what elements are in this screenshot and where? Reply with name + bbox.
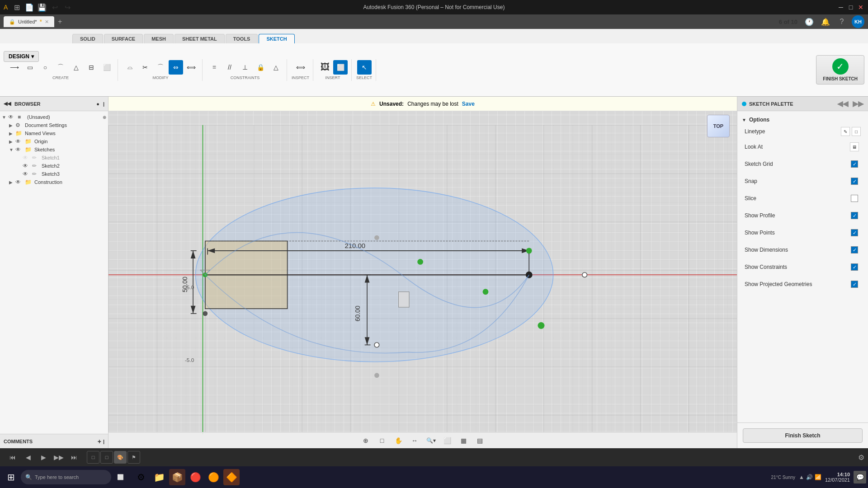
line-tool[interactable]: ⟶ — [7, 60, 22, 75]
arc-tool[interactable]: ⌒ — [53, 60, 68, 75]
tree-item-origin[interactable]: ▶ 👁 📁 Origin — [0, 137, 108, 145]
effects-tool[interactable]: ▤ — [473, 434, 486, 447]
timeline-state-3[interactable]: 🎨 — [114, 451, 127, 464]
trim-tool[interactable]: ✂ — [138, 60, 152, 75]
tab-mesh[interactable]: MESH — [144, 34, 174, 43]
tree-item-sketches[interactable]: ▼ 👁 📁 Sketches — [0, 145, 108, 154]
active-tab[interactable]: 🔒 Untitled* * ✕ — [4, 16, 54, 27]
minimize-button[interactable]: ─ — [837, 4, 844, 11]
tab-close-button[interactable]: ✕ — [45, 19, 49, 25]
tree-item-sketch1[interactable]: 👁 ✏ Sketch1 — [0, 154, 108, 162]
taskbar-app-explorer[interactable]: 📁 — [151, 469, 167, 485]
comments-add-btn[interactable]: + — [98, 438, 101, 445]
schedule-icon[interactable]: 🕐 — [803, 15, 816, 28]
timeline-state-1[interactable]: □ — [87, 451, 99, 464]
tree-item-sketch3[interactable]: 👁 ✏ Sketch3 — [0, 170, 108, 178]
display-mode-btn[interactable]: ⬜ — [441, 434, 453, 447]
go-to-end-button[interactable]: ⏭ — [67, 450, 81, 465]
view-cube[interactable]: TOP — [707, 115, 730, 137]
volume-icon[interactable]: 🔊 — [806, 474, 813, 480]
show-points-checkbox[interactable]: ✓ — [851, 229, 858, 236]
insert-image-tool[interactable]: 🖼 — [318, 60, 332, 75]
eye-icon-off[interactable]: 👁 — [23, 155, 31, 161]
tree-item-unsaved[interactable]: ▼ 👁 ■ (Unsaved) ⊕ — [0, 113, 108, 121]
tree-item-sketch2[interactable]: 👁 ✏ Sketch2 — [0, 162, 108, 170]
snap-tool[interactable]: ⊕ — [359, 434, 372, 447]
tab-sketch[interactable]: SKETCH — [259, 34, 294, 43]
show-profile-checkbox[interactable]: ✓ — [851, 212, 858, 219]
play-button[interactable]: ▶ — [36, 450, 51, 465]
point-tool[interactable]: ⬜ — [99, 60, 114, 75]
insert-svg-tool[interactable]: ⬜ — [333, 60, 348, 75]
taskbar-app-rar[interactable]: 📦 — [169, 469, 185, 485]
show-projected-checkbox[interactable]: ✓ — [851, 281, 858, 288]
timeline-state-2[interactable]: □ — [100, 451, 113, 464]
orbit-tool[interactable]: ↔ — [408, 434, 421, 447]
eye-icon[interactable]: 👁 — [15, 179, 24, 185]
tab-tools[interactable]: TOOLS — [226, 34, 258, 43]
design-dropdown-button[interactable]: DESIGN ▾ — [4, 51, 39, 62]
notification-bell-icon[interactable]: 🔔 — [819, 15, 832, 28]
tree-item-doc-settings[interactable]: ▶ ⚙ Document Settings — [0, 121, 108, 129]
equal-constraint[interactable]: = — [207, 60, 222, 75]
go-to-start-button[interactable]: ⏮ — [5, 450, 20, 465]
show-dimensions-checkbox[interactable]: ✓ — [851, 246, 858, 253]
unsaved-eye-icon[interactable]: 👁 — [8, 114, 16, 120]
palette-collapse-btn[interactable]: ◀◀ — [837, 99, 848, 108]
canvas-area[interactable]: ⚠ Unsaved: Changes may be lost Save TOP — [108, 97, 737, 448]
maximize-button[interactable]: □ — [847, 4, 854, 11]
tree-item-named-views[interactable]: ▶ 📁 Named Views — [0, 129, 108, 137]
step-forward-button[interactable]: ▶▶ — [52, 450, 66, 465]
polygon-tool[interactable]: △ — [69, 60, 83, 75]
browser-collapse-left[interactable]: ◀◀ — [4, 101, 11, 107]
selection-mode-btn[interactable]: □ — [376, 434, 388, 447]
finish-sketch-button[interactable]: ✓ FINISH SKETCH — [816, 55, 864, 84]
tab-sheet-metal[interactable]: SHEET METAL — [175, 34, 225, 43]
taskbar-app-other[interactable]: 🟠 — [205, 469, 222, 485]
eye-icon[interactable]: 👁 — [23, 171, 31, 177]
fillet-tool[interactable]: ⌓ — [123, 60, 137, 75]
taskbar-app-fusion[interactable]: 🔶 — [223, 469, 240, 485]
timeline-state-4[interactable]: ⚑ — [127, 451, 140, 464]
browser-pin[interactable]: ● — [96, 101, 99, 107]
offset-tool[interactable]: ⇔ — [169, 60, 183, 75]
finish-sketch-bottom-button[interactable]: Finish Sketch — [743, 428, 863, 443]
timeline-gear-icon[interactable]: ⚙ — [858, 453, 864, 462]
linetype-icon-2[interactable]: □ — [852, 127, 861, 136]
options-section-header[interactable]: ▼ Options — [737, 115, 868, 125]
extend-tool[interactable]: ⌒ — [153, 60, 168, 75]
tab-surface[interactable]: SURFACE — [104, 34, 143, 43]
comments-toggle[interactable]: | — [103, 439, 104, 444]
unsaved-settings-icon[interactable]: ⊕ — [103, 115, 106, 120]
taskbar-app-chrome[interactable]: 🔴 — [187, 469, 203, 485]
user-avatar[interactable]: KH — [852, 15, 864, 28]
slot-tool[interactable]: ⊟ — [84, 60, 99, 75]
windows-start-button[interactable]: ⊞ — [2, 468, 20, 486]
sketch-canvas[interactable]: 210.00 50.00 — [108, 111, 737, 448]
select-tool[interactable]: ↖ — [357, 60, 372, 75]
sketch-grid-checkbox[interactable]: ✓ — [851, 160, 858, 168]
tangent-constraint[interactable]: △ — [269, 60, 283, 75]
pan-tool[interactable]: ✋ — [392, 434, 405, 447]
grid-tool[interactable]: ▦ — [457, 434, 470, 447]
circle-tool[interactable]: ○ — [38, 60, 52, 75]
parallel-constraint[interactable]: // — [222, 60, 237, 75]
tree-item-construction[interactable]: ▶ 👁 📁 Construction — [0, 178, 108, 186]
show-constraints-checkbox[interactable]: ✓ — [851, 263, 858, 271]
zoom-tool[interactable]: 🔍▾ — [425, 434, 437, 447]
eye-icon[interactable]: 👁 — [23, 163, 31, 169]
notification-center-button[interactable]: 💬 — [854, 471, 866, 483]
task-view-button[interactable]: ⬜ — [112, 469, 128, 485]
rectangle-tool[interactable]: ▭ — [23, 60, 37, 75]
palette-expand-btn[interactable]: ▶▶ — [853, 99, 863, 108]
look-at-icon[interactable]: 🖥 — [850, 142, 859, 151]
taskbar-app-settings[interactable]: ⚙ — [133, 469, 149, 485]
tab-solid[interactable]: SOLID — [72, 34, 103, 43]
close-button[interactable]: ✕ — [857, 4, 864, 11]
windows-search-bar[interactable]: 🔍 Type here to search — [21, 470, 111, 484]
clock-widget[interactable]: 14:10 12/07/2021 — [825, 472, 850, 483]
eye-icon[interactable]: 👁 — [15, 146, 24, 153]
save-link[interactable]: Save — [462, 101, 475, 107]
slice-checkbox[interactable] — [851, 195, 858, 202]
browser-toggle[interactable]: | — [103, 101, 104, 107]
